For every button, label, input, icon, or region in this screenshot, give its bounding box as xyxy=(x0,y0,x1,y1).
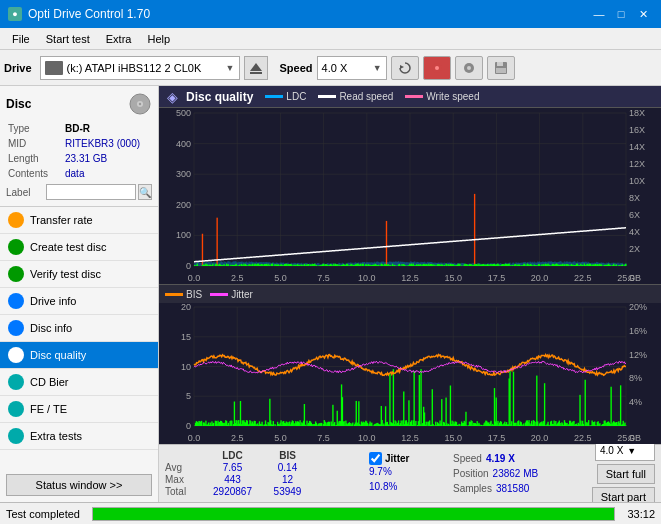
speed-select[interactable]: 4.0 X ▼ xyxy=(317,56,387,80)
contents-label: Contents xyxy=(8,167,63,180)
eject-icon xyxy=(249,61,263,75)
status-bar: Test completed 33:12 xyxy=(0,502,661,524)
disc-button[interactable] xyxy=(455,56,483,80)
avg-label: Avg xyxy=(165,462,205,473)
jitter-stats: Jitter 9.7% 10.8% xyxy=(369,452,449,495)
drive-dropdown-arrow: ▼ xyxy=(226,63,235,73)
status-window-button[interactable]: Status window >> xyxy=(6,474,152,496)
disc-panel-icon xyxy=(128,92,152,116)
sidebar: Disc Type BD-R MID RITEKBR3 (000) Length xyxy=(0,86,159,502)
create-test-disc-icon xyxy=(8,239,24,255)
disc-quality-label: Disc quality xyxy=(30,349,86,361)
speed-label: Speed xyxy=(280,62,313,74)
chart-header: ◈ Disc quality LDC Read speed Write spee… xyxy=(159,86,661,108)
title-bar: ● Opti Drive Control 1.70 — □ ✕ xyxy=(0,0,661,28)
top-chart-section xyxy=(159,108,661,285)
speed-value: 4.0 X xyxy=(322,62,369,74)
disc-quality-icon xyxy=(8,347,24,363)
length-value: 23.31 GB xyxy=(65,152,150,165)
chart-legend: LDC Read speed Write speed xyxy=(265,91,479,102)
svg-rect-8 xyxy=(497,62,503,66)
transfer-rate-label: Transfer rate xyxy=(30,214,93,226)
menu-file[interactable]: File xyxy=(4,31,38,47)
bis-header: BIS xyxy=(260,450,315,461)
avg-bis: 0.14 xyxy=(260,462,315,473)
svg-point-12 xyxy=(139,103,141,105)
start-full-button[interactable]: Start full xyxy=(597,464,655,484)
eject-button[interactable] xyxy=(244,56,268,80)
contents-value: data xyxy=(65,167,150,180)
action-panel: 4.0 X ▼ Start full Start part xyxy=(592,441,655,503)
speed-stat-label: Speed xyxy=(453,453,482,464)
sidebar-item-transfer-rate[interactable]: Transfer rate xyxy=(0,207,158,234)
jitter-check-row[interactable]: Jitter xyxy=(369,452,449,465)
main-layout: Disc Type BD-R MID RITEKBR3 (000) Length xyxy=(0,86,661,502)
speed-dropdown-arrow: ▼ xyxy=(373,63,382,73)
disc-panel: Disc Type BD-R MID RITEKBR3 (000) Length xyxy=(0,86,158,207)
settings-button[interactable] xyxy=(423,56,451,80)
samples-label: Samples xyxy=(453,483,492,494)
jitter-max: 10.8% xyxy=(369,481,397,492)
legend-ldc: LDC xyxy=(265,91,306,102)
mid-label: MID xyxy=(8,137,63,150)
extra-tests-label: Extra tests xyxy=(30,430,82,442)
disc-info-table: Type BD-R MID RITEKBR3 (000) Length 23.3… xyxy=(6,120,152,182)
close-button[interactable]: ✕ xyxy=(633,6,653,22)
jitter-label: Jitter xyxy=(231,289,253,300)
speed-select-value: 4.0 X xyxy=(600,445,623,456)
sidebar-item-cd-bier[interactable]: CD Bier xyxy=(0,369,158,396)
ldc-label: LDC xyxy=(286,91,306,102)
bis-color xyxy=(165,293,183,296)
time-display: 33:12 xyxy=(627,508,655,520)
chart-header-icon: ◈ xyxy=(167,89,178,105)
max-row: Max 443 12 xyxy=(165,474,365,485)
legend-jitter: Jitter xyxy=(210,289,253,300)
sidebar-nav: Transfer rate Create test disc Verify te… xyxy=(0,207,158,468)
svg-marker-0 xyxy=(250,63,262,71)
read-speed-label: Read speed xyxy=(339,91,393,102)
svg-marker-2 xyxy=(400,65,404,69)
fe-te-label: FE / TE xyxy=(30,403,67,415)
app-title: Opti Drive Control 1.70 xyxy=(28,7,150,21)
jitter-checkbox[interactable] xyxy=(369,452,382,465)
label-edit-button[interactable]: 🔍 xyxy=(138,184,152,200)
save-button[interactable] xyxy=(487,56,515,80)
legend-write-speed: Write speed xyxy=(405,91,479,102)
drive-info-label: Drive info xyxy=(30,295,76,307)
minimize-button[interactable]: — xyxy=(589,6,609,22)
sidebar-item-disc-quality[interactable]: Disc quality xyxy=(0,342,158,369)
samples-row: Samples 381580 xyxy=(453,482,563,496)
sidebar-item-fe-te[interactable]: FE / TE xyxy=(0,396,158,423)
menu-start-test[interactable]: Start test xyxy=(38,31,98,47)
label-input[interactable] xyxy=(46,184,136,200)
legend-bis: BIS xyxy=(165,289,202,300)
length-label: Length xyxy=(8,152,63,165)
jitter-stat-label: Jitter xyxy=(385,453,409,464)
position-label: Position xyxy=(453,468,489,479)
jitter-avg-row: 9.7% xyxy=(369,466,449,480)
menu-extra[interactable]: Extra xyxy=(98,31,140,47)
avg-ldc: 7.65 xyxy=(205,462,260,473)
stats-header-row: LDC BIS xyxy=(165,450,365,461)
max-label: Max xyxy=(165,474,205,485)
sidebar-item-extra-tests[interactable]: Extra tests xyxy=(0,423,158,450)
ldc-color xyxy=(265,95,283,98)
mid-value: RITEKBR3 (000) xyxy=(65,137,150,150)
sidebar-item-disc-info[interactable]: Disc info xyxy=(0,315,158,342)
start-part-button[interactable]: Start part xyxy=(592,487,655,503)
sidebar-item-create-test-disc[interactable]: Create test disc xyxy=(0,234,158,261)
cd-bier-icon xyxy=(8,374,24,390)
refresh-button[interactable] xyxy=(391,56,419,80)
write-speed-color xyxy=(405,95,423,98)
menu-help[interactable]: Help xyxy=(139,31,178,47)
drive-select[interactable]: (k:) ATAPI iHBS112 2 CL0K ▼ xyxy=(40,56,240,80)
maximize-button[interactable]: □ xyxy=(611,6,631,22)
label-row: Label 🔍 xyxy=(6,184,152,200)
create-test-disc-label: Create test disc xyxy=(30,241,106,253)
sidebar-item-verify-test-disc[interactable]: Verify test disc xyxy=(0,261,158,288)
disc-info-label: Disc info xyxy=(30,322,72,334)
ldc-chart xyxy=(159,108,661,284)
speed-select-arrow: ▼ xyxy=(627,446,636,456)
sidebar-item-drive-info[interactable]: Drive info xyxy=(0,288,158,315)
write-speed-label: Write speed xyxy=(426,91,479,102)
